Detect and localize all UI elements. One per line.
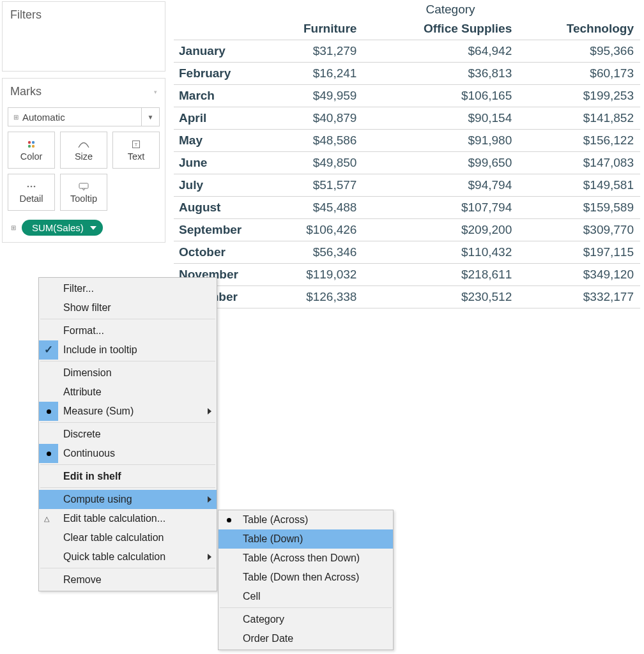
size-icon bbox=[78, 139, 89, 149]
menu-item-quick-table-calc[interactable]: Quick table calculation bbox=[39, 547, 217, 567]
cell-value[interactable]: $199,253 bbox=[518, 85, 640, 107]
cell-value[interactable]: $99,650 bbox=[363, 152, 518, 174]
row-header[interactable]: March bbox=[174, 85, 263, 107]
chevron-down-icon[interactable] bbox=[90, 226, 96, 230]
cell-value[interactable]: $31,279 bbox=[263, 40, 363, 63]
cell-value[interactable]: $107,794 bbox=[363, 197, 518, 219]
menu-item-format[interactable]: Format... bbox=[39, 321, 217, 340]
column-super-header: Category bbox=[263, 0, 640, 18]
cell-value[interactable]: $230,512 bbox=[363, 286, 518, 308]
row-header[interactable]: September bbox=[174, 219, 263, 241]
column-header[interactable]: Technology bbox=[518, 18, 640, 40]
text-icon: T bbox=[132, 139, 140, 149]
submenu-order-date[interactable]: Order Date bbox=[218, 629, 393, 650]
menu-item-compute-using[interactable]: Compute using bbox=[39, 490, 217, 509]
column-header[interactable]: Furniture bbox=[263, 18, 363, 40]
cell-value[interactable]: $126,338 bbox=[263, 286, 363, 308]
cell-value[interactable]: $197,115 bbox=[518, 241, 640, 264]
row-header[interactable]: June bbox=[174, 152, 263, 174]
menu-item-edit-in-shelf[interactable]: Edit in shelf bbox=[39, 467, 217, 486]
cell-value[interactable]: $49,850 bbox=[263, 152, 363, 174]
sum-sales-pill[interactable]: SUM(Sales) bbox=[22, 220, 103, 236]
tooltip-button[interactable]: Tooltip bbox=[60, 174, 107, 211]
cell-value[interactable]: $119,032 bbox=[263, 264, 363, 286]
submenu-category[interactable]: Category bbox=[218, 610, 393, 629]
cell-value[interactable]: $309,770 bbox=[518, 219, 640, 241]
table-row: January$31,279$64,942$95,366 bbox=[174, 40, 640, 63]
row-header[interactable]: May bbox=[174, 130, 263, 152]
table-row: October$56,346$110,432$197,115 bbox=[174, 241, 640, 264]
text-glyph-icon: ⊞ bbox=[9, 224, 18, 231]
cell-value[interactable]: $40,879 bbox=[263, 107, 363, 130]
menu-item-remove[interactable]: Remove bbox=[39, 570, 217, 591]
cell-value[interactable]: $149,581 bbox=[518, 174, 640, 197]
cell-value[interactable]: $49,959 bbox=[263, 85, 363, 107]
filters-title: Filters bbox=[10, 8, 42, 22]
menu-item-attribute[interactable]: Attribute bbox=[39, 383, 217, 402]
cell-value[interactable]: $209,200 bbox=[363, 219, 518, 241]
row-header[interactable]: October bbox=[174, 241, 263, 264]
cell-value[interactable]: $106,426 bbox=[263, 219, 363, 241]
menu-item-measure-sum[interactable]: Measure (Sum) bbox=[39, 402, 217, 421]
cell-value[interactable]: $156,122 bbox=[518, 130, 640, 152]
crosstab-table: Category Furniture Office Supplies Techn… bbox=[174, 0, 640, 308]
text-glyph-icon: ⊞ bbox=[13, 114, 19, 121]
menu-item-dimension[interactable]: Dimension bbox=[39, 363, 217, 383]
marks-panel: Marks ▾ ⊞ Automatic ▼ Color bbox=[2, 78, 165, 243]
submenu-table-down[interactable]: Table (Down) bbox=[218, 529, 393, 549]
color-button[interactable]: Color bbox=[8, 132, 55, 169]
cell-value[interactable]: $60,173 bbox=[518, 63, 640, 85]
table-row: February$16,241$36,813$60,173 bbox=[174, 63, 640, 85]
menu-item-discrete[interactable]: Discrete bbox=[39, 425, 217, 444]
submenu-table-down-across[interactable]: Table (Down then Across) bbox=[218, 568, 393, 587]
cell-value[interactable]: $141,852 bbox=[518, 107, 640, 130]
cell-value[interactable]: $16,241 bbox=[263, 63, 363, 85]
cell-value[interactable]: $349,120 bbox=[518, 264, 640, 286]
cell-value[interactable]: $94,794 bbox=[363, 174, 518, 197]
collapse-icon[interactable]: ▾ bbox=[154, 89, 157, 95]
cell-value[interactable]: $36,813 bbox=[363, 63, 518, 85]
row-header[interactable]: February bbox=[174, 63, 263, 85]
bullet-icon bbox=[39, 444, 58, 463]
cell-value[interactable]: $106,165 bbox=[363, 85, 518, 107]
mark-type-dropdown[interactable]: ⊞ Automatic ▼ bbox=[8, 107, 160, 126]
cell-value[interactable]: $159,589 bbox=[518, 197, 640, 219]
cell-value[interactable]: $48,586 bbox=[263, 130, 363, 152]
menu-item-continuous[interactable]: Continuous bbox=[39, 444, 217, 463]
tooltip-icon bbox=[79, 181, 89, 192]
svg-point-2 bbox=[28, 144, 31, 147]
detail-button[interactable]: Detail bbox=[8, 174, 55, 211]
cell-value[interactable]: $91,980 bbox=[363, 130, 518, 152]
checkmark-icon: ✓ bbox=[39, 340, 58, 360]
cell-value[interactable]: $45,488 bbox=[263, 197, 363, 219]
row-header[interactable]: January bbox=[174, 40, 263, 63]
row-header[interactable]: August bbox=[174, 197, 263, 219]
submenu-table-across-down[interactable]: Table (Across then Down) bbox=[218, 549, 393, 568]
row-header[interactable]: April bbox=[174, 107, 263, 130]
cell-value[interactable]: $218,611 bbox=[363, 264, 518, 286]
submenu-table-across[interactable]: Table (Across) bbox=[218, 510, 393, 529]
table-row: May$48,586$91,980$156,122 bbox=[174, 130, 640, 152]
cell-value[interactable]: $332,177 bbox=[518, 286, 640, 308]
filters-panel: Filters bbox=[2, 1, 165, 72]
menu-item-filter[interactable]: Filter... bbox=[39, 279, 217, 298]
cell-value[interactable]: $95,366 bbox=[518, 40, 640, 63]
chevron-right-icon bbox=[208, 554, 211, 560]
text-button[interactable]: T Text bbox=[112, 132, 160, 169]
submenu-cell[interactable]: Cell bbox=[218, 587, 393, 606]
column-header[interactable]: Office Supplies bbox=[363, 18, 518, 40]
menu-item-include-tooltip[interactable]: ✓ Include in tooltip bbox=[39, 340, 217, 360]
svg-rect-9 bbox=[79, 183, 88, 188]
cell-value[interactable]: $51,577 bbox=[263, 174, 363, 197]
menu-item-clear-table-calc[interactable]: Clear table calculation bbox=[39, 528, 217, 547]
row-header[interactable]: July bbox=[174, 174, 263, 197]
cell-value[interactable]: $64,942 bbox=[363, 40, 518, 63]
cell-value[interactable]: $90,154 bbox=[363, 107, 518, 130]
size-button[interactable]: Size bbox=[60, 132, 107, 169]
cell-value[interactable]: $147,083 bbox=[518, 152, 640, 174]
chevron-down-icon[interactable]: ▼ bbox=[141, 108, 159, 126]
cell-value[interactable]: $56,346 bbox=[263, 241, 363, 264]
cell-value[interactable]: $110,432 bbox=[363, 241, 518, 264]
menu-item-show-filter[interactable]: Show filter bbox=[39, 298, 217, 317]
menu-item-edit-table-calc[interactable]: △ Edit table calculation... bbox=[39, 509, 217, 528]
